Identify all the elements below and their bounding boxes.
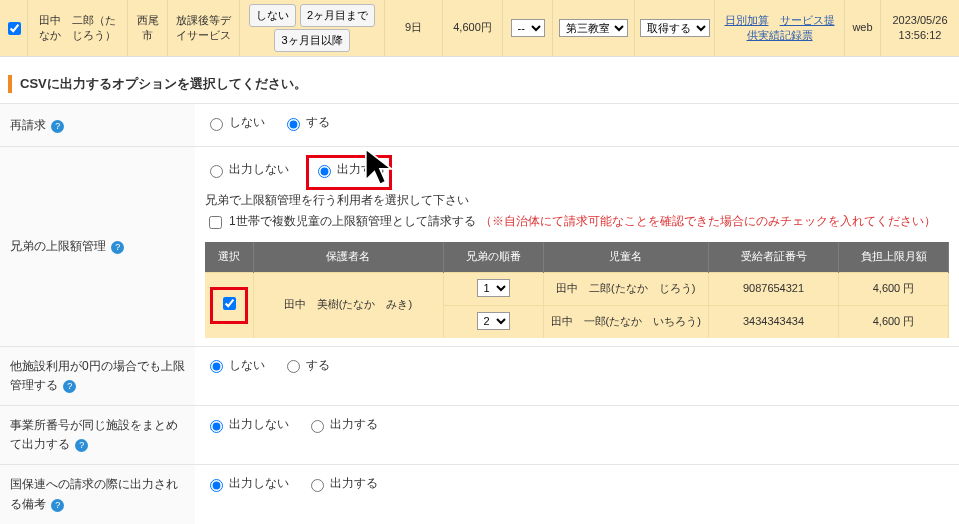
cell-order-2: 2 [443, 305, 543, 337]
zeroyen-yes[interactable]: する [282, 355, 330, 377]
th-guardian: 保護者名 [253, 242, 443, 272]
row-zeroyen: 他施設利用が0円の場合でも上限管理する ? しない する [0, 346, 959, 405]
th-child: 児童名 [543, 242, 709, 272]
days: 9日 [385, 0, 443, 56]
link-daily-add[interactable]: 日別加算 [725, 14, 769, 26]
siblings-multi-check[interactable]: 1世帯で複数児童の上限額管理として請求する （※自治体にて請求可能なことを確認で… [205, 211, 936, 233]
siblings-table: 選択 保護者名 兄弟の順番 児童名 受給者証番号 負担上限月額 [205, 242, 949, 337]
th-cap: 負担上限月額 [839, 242, 949, 272]
options-form: 再請求 ? しない する 兄弟の上限額管理 ? 出力しない [0, 103, 959, 524]
help-icon[interactable]: ? [51, 499, 64, 512]
row-check-cell [0, 0, 28, 56]
siblings-yes[interactable]: 出力する [313, 159, 385, 181]
radio-samefac-no[interactable] [210, 420, 223, 433]
radio-zeroyen-yes[interactable] [287, 360, 300, 373]
section-title: CSVに出力するオプションを選択してください。 [8, 75, 951, 93]
checkbox-multi-household[interactable] [209, 216, 222, 229]
help-icon[interactable]: ? [51, 120, 64, 133]
cell-cert-2: 3434343434 [709, 305, 839, 337]
label-zeroyen: 他施設利用が0円の場合でも上限管理する [10, 359, 185, 392]
select-class-cell: 第三教室 [553, 0, 635, 56]
amount: 4,600円 [443, 0, 503, 56]
highlight-select-check [210, 287, 248, 324]
select-order-1[interactable]: 1 [477, 279, 510, 297]
th-order: 兄弟の順番 [443, 242, 543, 272]
user-name: 田中 二郎（たなか じろう） [28, 0, 128, 56]
top-record-row: 田中 二郎（たなか じろう） 西尾市 放課後等デイサービス しない 2ヶ月目まで… [0, 0, 959, 57]
help-icon[interactable]: ? [75, 439, 88, 452]
reseikyu-no[interactable]: しない [205, 112, 265, 134]
service-type: 放課後等デイサービス [168, 0, 240, 56]
help-icon[interactable]: ? [111, 241, 124, 254]
highlight-output-yes: 出力する [306, 155, 392, 189]
btn-2month[interactable]: 2ヶ月目まで [300, 4, 375, 27]
reseikyu-yes[interactable]: する [282, 112, 330, 134]
th-select: 選択 [205, 242, 253, 272]
radio-kokuho-yes[interactable] [311, 479, 324, 492]
timestamp: 2023/05/26 13:56:12 [881, 0, 959, 56]
row-reseikyu: 再請求 ? しない する [0, 104, 959, 147]
radio-siblings-no[interactable] [210, 165, 223, 178]
cell-select [205, 273, 253, 338]
btn-3month[interactable]: 3ヶ月目以降 [274, 29, 349, 52]
th-cert: 受給者証番号 [709, 242, 839, 272]
row-checkbox[interactable] [8, 22, 21, 35]
label-siblings: 兄弟の上限額管理 [10, 239, 106, 253]
row-kokuho: 国保連への請求の際に出力される備考 ? 出力しない 出力する [0, 465, 959, 524]
radio-reseikyu-yes[interactable] [287, 118, 300, 131]
radio-kokuho-no[interactable] [210, 479, 223, 492]
period-buttons: しない 2ヶ月目まで 3ヶ月目以降 [240, 0, 385, 56]
cell-order-1: 1 [443, 273, 543, 306]
links-cell: 日別加算 サービス提供実績記録票 [715, 0, 845, 56]
siblings-warn: （※自治体にて請求可能なことを確認できた場合にのみチェックを入れてください） [480, 211, 936, 233]
checkbox-select-row[interactable] [223, 297, 236, 310]
cell-child-1: 田中 二郎(たなか じろう) [543, 273, 709, 306]
select-classroom[interactable]: 第三教室 [559, 19, 628, 37]
cell-cap-1: 4,600 円 [839, 273, 949, 306]
samefac-no[interactable]: 出力しない [205, 414, 289, 436]
zeroyen-no[interactable]: しない [205, 355, 265, 377]
label-kokuho: 国保連への請求の際に出力される備考 [10, 477, 178, 510]
radio-samefac-yes[interactable] [311, 420, 324, 433]
row-siblings: 兄弟の上限額管理 ? 出力しない 出力する 兄弟で上限額管理を行う利用者を選択し… [0, 147, 959, 346]
btn-shinai[interactable]: しない [249, 4, 296, 27]
radio-siblings-yes[interactable] [318, 165, 331, 178]
web-label: web [845, 0, 881, 56]
siblings-no[interactable]: 出力しない [205, 159, 289, 181]
kokuho-yes[interactable]: 出力する [306, 473, 378, 495]
select-small[interactable]: -- [511, 19, 545, 37]
label-reseikyu: 再請求 [10, 118, 46, 132]
radio-reseikyu-no[interactable] [210, 118, 223, 131]
cell-guardian: 田中 美樹(たなか みき) [253, 273, 443, 338]
cell-cert-1: 9087654321 [709, 273, 839, 306]
cell-child-2: 田中 一郎(たなか いちろう) [543, 305, 709, 337]
row-samefac: 事業所番号が同じ施設をまとめて出力する ? 出力しない 出力する [0, 406, 959, 465]
select-acquire[interactable]: 取得する [640, 19, 710, 37]
table-row: 田中 美樹(たなか みき) 1 田中 二郎(たなか じろう) 908765432… [205, 273, 949, 306]
select-acquire-cell: 取得する [635, 0, 715, 56]
help-icon[interactable]: ? [63, 380, 76, 393]
siblings-note: 兄弟で上限額管理を行う利用者を選択して下さい [205, 193, 469, 207]
label-samefac: 事業所番号が同じ施設をまとめて出力する [10, 418, 178, 451]
samefac-yes[interactable]: 出力する [306, 414, 378, 436]
cell-cap-2: 4,600 円 [839, 305, 949, 337]
select-small-cell: -- [503, 0, 553, 56]
city: 西尾市 [128, 0, 168, 56]
select-order-2[interactable]: 2 [477, 312, 510, 330]
radio-zeroyen-no[interactable] [210, 360, 223, 373]
kokuho-no[interactable]: 出力しない [205, 473, 289, 495]
